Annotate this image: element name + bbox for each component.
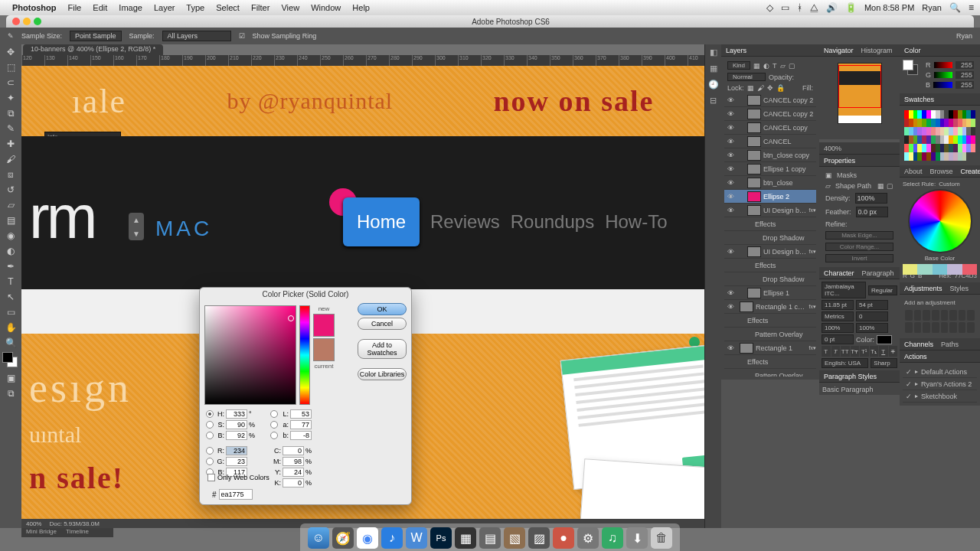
type-tool[interactable]: T bbox=[0, 274, 21, 289]
layer-row[interactable]: 👁CANCEL bbox=[724, 135, 816, 148]
adjustment-icon[interactable] bbox=[967, 310, 975, 321]
bold-btn[interactable]: T bbox=[822, 346, 831, 357]
filter-pixel-icon[interactable]: ▦ bbox=[753, 62, 760, 70]
kerning[interactable]: Metrics bbox=[822, 311, 854, 321]
adjustment-icon[interactable] bbox=[914, 322, 922, 333]
path-tool[interactable]: ↖ bbox=[0, 289, 21, 305]
navigator-panel[interactable] bbox=[819, 57, 900, 139]
h-input[interactable] bbox=[226, 409, 247, 419]
kuler-browse[interactable]: Browse bbox=[930, 168, 953, 175]
hand-tool[interactable]: ✋ bbox=[0, 320, 21, 335]
layers-tab[interactable]: Layers bbox=[726, 47, 746, 54]
fg-bg-colors[interactable] bbox=[0, 350, 21, 370]
layer-row[interactable]: 👁Ellipse 1 bbox=[724, 286, 816, 300]
layer-list[interactable]: 👁CANCEL copy 2👁CANCEL copy 2👁CANCEL copy… bbox=[724, 93, 816, 377]
k-input[interactable] bbox=[283, 478, 304, 487]
hue-slider[interactable] bbox=[299, 305, 310, 405]
kuler-create[interactable]: Create bbox=[961, 168, 980, 175]
ok-button[interactable]: OK bbox=[358, 303, 407, 315]
lab-b-input[interactable] bbox=[290, 431, 312, 440]
kuler-swatches[interactable] bbox=[903, 264, 977, 275]
itunes-icon[interactable]: ♪ bbox=[381, 527, 403, 549]
user-name[interactable]: Ryan bbox=[922, 3, 942, 12]
r-val[interactable]: 255 bbox=[956, 61, 974, 69]
histogram-tab[interactable]: Histogram bbox=[861, 47, 893, 54]
battery-icon[interactable]: 🔋 bbox=[845, 2, 857, 13]
app-name[interactable]: Photoshop bbox=[12, 3, 56, 12]
l-input[interactable] bbox=[290, 409, 312, 419]
brush-tool[interactable]: 🖌 bbox=[0, 152, 21, 167]
sample-select[interactable]: All Layers bbox=[162, 31, 231, 41]
layer-row[interactable]: Pattern Overlay bbox=[724, 328, 816, 341]
layer-row[interactable]: Drop Shadow bbox=[724, 231, 816, 245]
sample-size-select[interactable]: Point Sample bbox=[70, 31, 122, 41]
zoom-value[interactable]: 400% bbox=[26, 520, 41, 527]
styles-tab[interactable]: Styles bbox=[950, 285, 969, 292]
zoom-tool[interactable]: 🔍 bbox=[0, 335, 21, 350]
zoom-window-button[interactable] bbox=[34, 18, 41, 25]
chrome-icon[interactable]: ◉ bbox=[357, 527, 378, 549]
layer-row[interactable]: 👁btn_close bbox=[724, 176, 816, 190]
adjustment-icon[interactable] bbox=[905, 322, 913, 333]
adjustment-icon[interactable] bbox=[932, 322, 939, 333]
app-icon-2[interactable]: ▤ bbox=[479, 527, 501, 549]
blend-mode[interactable]: Normal bbox=[727, 73, 766, 81]
g-radio[interactable] bbox=[206, 458, 214, 465]
gradient-tool[interactable]: ▤ bbox=[0, 213, 21, 228]
layer-row[interactable]: 👁CANCEL copy 2 bbox=[724, 107, 816, 121]
lock-pixel-icon[interactable]: 🖌 bbox=[757, 84, 764, 92]
font-family[interactable]: Jambalaya ITC... bbox=[822, 282, 866, 298]
panel-fg[interactable] bbox=[903, 60, 913, 70]
menu-type[interactable]: Type bbox=[186, 3, 204, 12]
menu-layer[interactable]: Layer bbox=[154, 3, 175, 12]
adjustment-icon[interactable] bbox=[941, 310, 949, 321]
tab-minibridge[interactable]: Mini Bridge bbox=[21, 528, 61, 537]
menu-select[interactable]: Select bbox=[216, 3, 240, 12]
stepper[interactable]: ▲▼ bbox=[129, 213, 144, 240]
layer-row[interactable]: Pattern Overlay bbox=[724, 369, 816, 377]
s-radio[interactable] bbox=[206, 421, 214, 429]
photoshop-icon[interactable]: Ps bbox=[430, 527, 452, 549]
shape-tool[interactable]: ▭ bbox=[0, 305, 21, 320]
history-brush-tool[interactable]: ↺ bbox=[0, 182, 21, 197]
y-input[interactable] bbox=[283, 468, 304, 477]
menu-view[interactable]: View bbox=[281, 3, 299, 12]
navigator-tab[interactable]: Navigator bbox=[824, 47, 854, 54]
document-tab[interactable]: 10-banners @ 400% (Ellipse 2, RGB/8) * bbox=[23, 44, 163, 55]
mask-toggle-icon[interactable]: ▦ ▢ bbox=[877, 182, 893, 190]
crop-tool[interactable]: ⧉ bbox=[0, 106, 21, 121]
layer-row[interactable]: 👁Rectangle 1fx▾ bbox=[724, 341, 816, 355]
g-slider[interactable] bbox=[934, 72, 952, 78]
trash-icon[interactable]: 🗑 bbox=[651, 527, 672, 549]
app-icon-7[interactable]: ♫ bbox=[602, 527, 623, 549]
add-swatches-button[interactable]: Add to Swatches bbox=[358, 339, 407, 359]
screenmode-tool[interactable]: ⧉ bbox=[0, 386, 21, 401]
hscale[interactable]: 100% bbox=[856, 323, 888, 333]
swatch-grid[interactable] bbox=[903, 109, 977, 162]
strip-icon-2[interactable]: ▦ bbox=[710, 64, 717, 73]
pen-tool[interactable]: ✒ bbox=[0, 259, 21, 274]
swatches-tab[interactable]: Swatches bbox=[904, 96, 934, 103]
m-input[interactable] bbox=[283, 457, 304, 466]
channels-tab[interactable]: Channels bbox=[904, 341, 933, 348]
adjustment-icon[interactable] bbox=[914, 310, 922, 321]
layer-row[interactable]: 👁Ellipse 2 bbox=[724, 190, 816, 204]
clock[interactable]: Mon 8:58 PM bbox=[864, 3, 914, 12]
strip-icon-4[interactable]: ⊟ bbox=[710, 96, 717, 106]
paths-tab[interactable]: Paths bbox=[941, 341, 959, 348]
layer-row[interactable]: 👁Rectangle 1 copyfx▾ bbox=[724, 300, 816, 314]
nav-reviews[interactable]: Reviews bbox=[430, 211, 500, 233]
layer-row[interactable]: 👁Ellipse 1 copy bbox=[724, 162, 816, 176]
strike-btn[interactable]: T bbox=[889, 346, 898, 357]
safari-icon[interactable]: 🧭 bbox=[332, 527, 354, 549]
vscale[interactable]: 100% bbox=[822, 323, 854, 333]
kuler-about[interactable]: About bbox=[904, 168, 923, 175]
strip-icon-3[interactable]: 🕘 bbox=[708, 80, 719, 90]
cancel-button[interactable]: Cancel bbox=[358, 318, 407, 330]
r-slider[interactable] bbox=[934, 62, 953, 68]
smallcaps-btn[interactable]: Tᴛ bbox=[851, 346, 860, 357]
wand-tool[interactable]: ✦ bbox=[0, 90, 21, 106]
finder-icon[interactable]: ☺ bbox=[308, 527, 329, 549]
l-radio[interactable] bbox=[270, 410, 278, 418]
c-input[interactable] bbox=[283, 446, 304, 455]
